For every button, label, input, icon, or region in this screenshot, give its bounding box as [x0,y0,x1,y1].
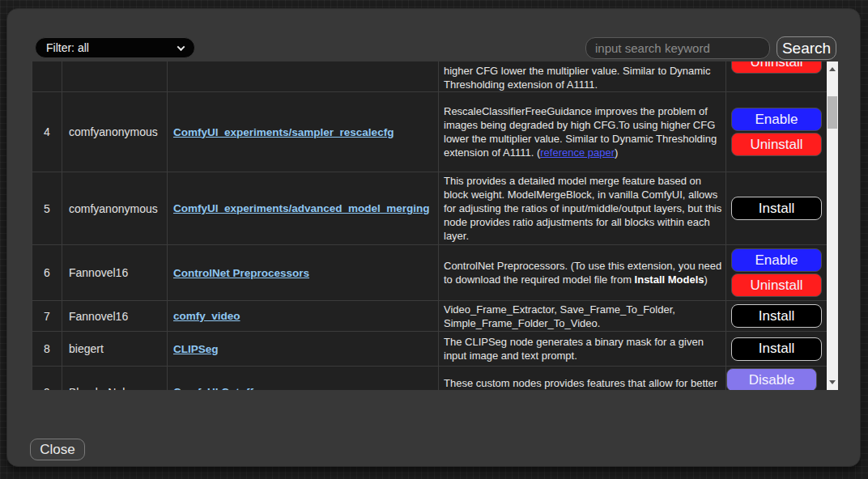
table-row: 6 Fannovel16 ControlNet Preprocessors Co… [32,245,827,301]
cell-actions: Install [726,332,827,367]
cell-name: comfy_video [168,301,439,332]
cell-actions: Install [726,172,827,245]
cell-author: Fannovel16 [62,301,168,332]
extensions-table-body: higher CFG lower the multiplier value. S… [32,61,827,390]
cell-actions: Enable Uninstall [726,92,827,172]
cell-author: Fannovel16 [62,245,168,301]
cell-id: 8 [32,332,62,367]
search-button[interactable]: Search [777,36,836,60]
install-button[interactable]: Install [731,304,822,328]
cell-id: 4 [32,92,62,172]
extension-link[interactable]: ControlNet Preprocessors [173,267,309,279]
cell-description: ControlNet Preprocessors. (To use this e… [439,245,726,301]
cell-name: ComfyUI_experiments/sampler_rescalecfg [168,92,439,172]
cell-id: 5 [32,172,62,245]
uninstall-button[interactable]: Uninstall [731,273,822,297]
reference-paper-link[interactable]: reference paper [540,146,615,159]
cell-actions: Install [726,301,827,332]
extension-link[interactable]: ComfyUI Cutoff [173,386,253,390]
table-row: 7 Fannovel16 comfy_video Video_Frame_Ext… [32,301,827,332]
cell-id: 7 [32,301,62,332]
chevron-down-icon [177,43,185,51]
table-row: 4 comfyanonymous ComfyUI_experiments/sam… [32,92,827,172]
table-scrollbar[interactable] [827,61,838,390]
cell-name: CLIPSeg [168,332,439,367]
enable-button[interactable]: Enable [731,108,822,131]
table-row: 9 BlenderNeko ComfyUI Cutoff These custo… [32,367,827,390]
close-button[interactable]: Close [30,439,85,460]
uninstall-button[interactable]: Uninstall [731,133,822,156]
cell-name: ComfyUI_experiments/advanced_model_mergi… [168,172,439,245]
cell-actions: Uninstall [726,61,827,92]
enable-button[interactable]: Enable [731,248,822,272]
extension-link[interactable]: comfy_video [173,310,240,322]
search-input[interactable] [585,37,770,59]
extension-link[interactable]: CLIPSeg [173,343,219,355]
cell-name: ControlNet Preprocessors [168,245,439,301]
cell-description: Video_Frame_Extractor, Save_Frame_To_Fol… [439,301,726,332]
custom-nodes-dialog: Filter: all Search higher CFG lower the … [6,8,861,467]
cell-actions: Disable [726,367,827,390]
cell-id: 9 [32,367,62,390]
cell-author: biegert [62,332,168,367]
extensions-table: higher CFG lower the multiplier value. S… [32,61,838,390]
install-button[interactable]: Install [731,197,822,220]
extension-link[interactable]: ComfyUI_experiments/advanced_model_mergi… [173,202,430,214]
cell-description: higher CFG lower the multiplier value. S… [439,61,726,92]
scroll-up-icon[interactable] [827,63,838,75]
cell-actions: Enable Uninstall [726,245,827,301]
table-row: higher CFG lower the multiplier value. S… [32,61,827,92]
cell-id: 6 [32,245,62,301]
cell-description: RescaleClassifierFreeGuidance improves t… [439,92,726,172]
filter-select-label: Filter: all [46,41,89,54]
uninstall-button[interactable]: Uninstall [731,61,822,74]
cell-id [32,61,62,92]
cell-description: The CLIPSeg node generates a binary mask… [439,332,726,367]
cell-name [168,61,439,92]
cell-author: BlenderNeko [62,367,168,390]
install-button[interactable]: Install [731,337,822,361]
cell-author: comfyanonymous [62,92,168,172]
table-row: 5 comfyanonymous ComfyUI_experiments/adv… [32,172,827,245]
cell-description: This provides a detailed model merge fea… [439,172,726,245]
scroll-down-icon[interactable] [827,376,838,388]
table-row: 8 biegert CLIPSeg The CLIPSeg node gener… [32,332,827,367]
cell-name: ComfyUI Cutoff [168,367,439,390]
cell-author [62,61,168,92]
canvas-background: { "toolbar": { "filter_label": "Filter: … [0,0,868,479]
filter-select[interactable]: Filter: all [35,37,195,58]
cell-description: These custom nodes provides features tha… [439,367,726,390]
extension-link[interactable]: ComfyUI_experiments/sampler_rescalecfg [173,126,394,138]
disable-button[interactable]: Disable [726,368,817,390]
install-models-emphasis: Install Models [635,273,704,286]
cell-author: comfyanonymous [62,172,168,245]
scrollbar-thumb[interactable] [828,96,837,129]
